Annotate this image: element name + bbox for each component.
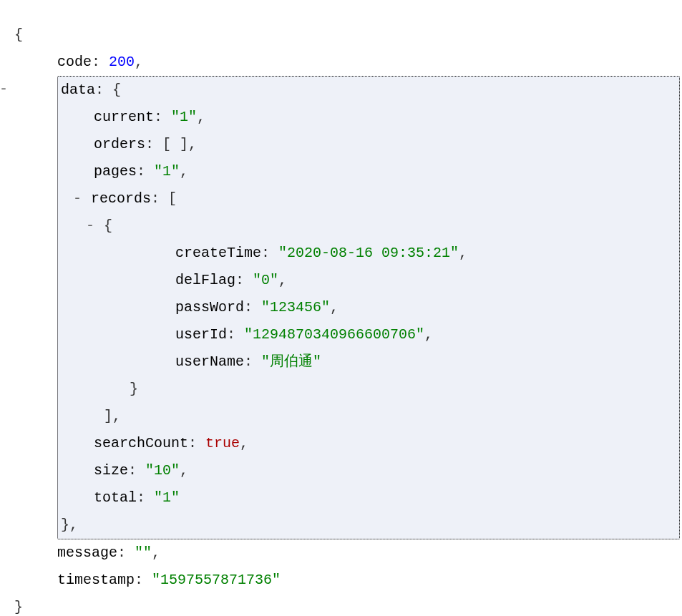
root-open: { — [14, 21, 682, 49]
record-open: - { — [61, 212, 676, 240]
message-row: message: "", — [14, 539, 682, 567]
userId-row: userId: "1294870340966600706", — [61, 321, 676, 348]
records-close: ], — [61, 403, 676, 430]
data-close: }, — [61, 512, 676, 539]
json-viewer: { code: 200, - data: { current: "1", ord… — [0, 0, 682, 616]
record-close: } — [61, 376, 676, 403]
records-open: - records: [ — [61, 185, 676, 212]
timestamp-row: timestamp: "1597557871736" — [14, 567, 682, 594]
passWord-row: passWord: "123456", — [61, 294, 676, 321]
delFlag-row: delFlag: "0", — [61, 267, 676, 294]
userName-row: userName: "周伯通" — [61, 348, 676, 376]
total-row: total: "1" — [61, 484, 676, 512]
searchCount-row: searchCount: true, — [61, 430, 676, 457]
code-row: code: 200, — [14, 49, 682, 76]
collapse-toggle-record-0[interactable]: - — [85, 212, 95, 240]
root-close: } — [14, 594, 682, 616]
current-row: current: "1", — [61, 104, 676, 131]
createTime-row: createTime: "2020-08-16 09:35:21", — [61, 240, 676, 267]
collapse-toggle-records[interactable]: - — [72, 185, 82, 212]
size-row: size: "10", — [61, 457, 676, 484]
orders-row: orders: [ ], — [61, 131, 676, 158]
pages-row: pages: "1", — [61, 158, 676, 185]
data-open: data: { — [61, 77, 676, 104]
collapse-toggle-data[interactable]: - — [0, 76, 9, 103]
